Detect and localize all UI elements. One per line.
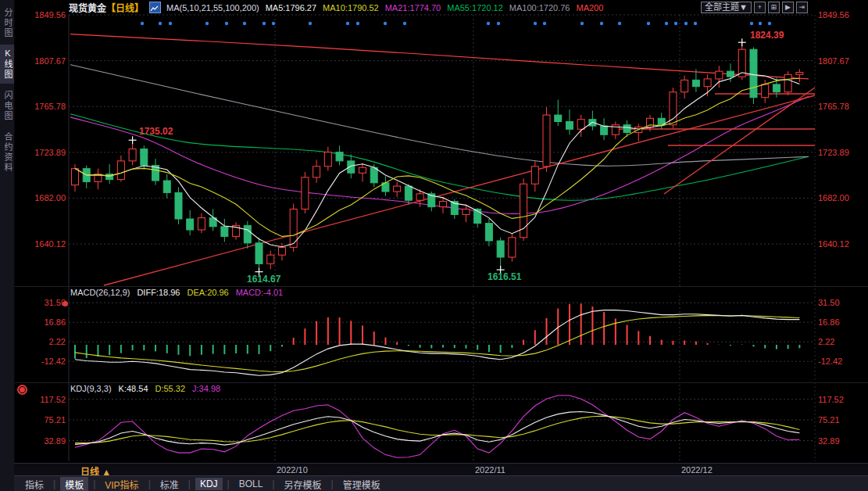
toolbar-tab-8[interactable]: 管理模板 (338, 477, 385, 491)
pan-crosshair-icon[interactable]: + (754, 2, 766, 13)
sidebar-tab-1[interactable]: 分时图 (0, 3, 14, 42)
ma-values-row: MA(5,10,21,55,100,200)MA5:1796.27MA10:17… (166, 0, 609, 14)
ma-value-label: MA10:1790.52 (323, 3, 379, 13)
ma-value-label: MA(5,10,21,55,100,200) (166, 3, 259, 13)
ma-line-ma10 (75, 78, 799, 236)
theme-controls: 全部主题▼ +⊞▶⇥ (701, 2, 808, 13)
price-tick-label: 75.21 (818, 415, 865, 425)
price-tick-label: 16.86 (818, 317, 865, 327)
price-tick-label: -12.42 (818, 357, 865, 366)
price-tick-label: 1765.78 (27, 102, 66, 111)
kdj-header-value: J:34.98 (192, 384, 220, 393)
price-tick-label: 31.50 (818, 298, 865, 307)
extreme-marker (129, 136, 137, 144)
sidebar-tab-4[interactable]: 合约资料 (0, 127, 14, 177)
macd-header-value: DEA:20.96 (187, 288, 228, 297)
price-tick-label: 32.89 (818, 436, 865, 446)
date-axis-label: 2022/12 (681, 465, 713, 475)
date-axis-label: 2022/10 (277, 465, 308, 475)
bottom-toolbar: 指标|模板|VIP指标|标准|KDJ|BOLL|另存模板|管理模板 (14, 475, 868, 491)
grid-layer (14, 15, 868, 461)
macd-settings-icon[interactable] (63, 301, 68, 306)
macd-dea-line (75, 316, 799, 372)
toolbar-tab-6[interactable]: BOLL (234, 478, 268, 490)
macd-header-value: DIFF:18.96 (137, 288, 180, 297)
ma-value-label: MA200 (576, 3, 603, 13)
toolbar-divider: | (272, 478, 274, 489)
price-tick-label: 1682.00 (27, 193, 66, 202)
toolbar-divider: | (227, 478, 230, 489)
kdj-panel-header: KDJ(9,3,3)K:48.54D:55.32J:34.98 (70, 384, 220, 393)
toolbar-tab-7[interactable]: 另存模板 (280, 477, 327, 491)
chart-canvas[interactable] (0, 0, 868, 491)
toolbar-divider: | (331, 478, 334, 489)
chart-style-icon[interactable] (149, 2, 161, 13)
candlestick-series (72, 42, 803, 271)
kdj-j-line (75, 396, 799, 458)
chart-header: 现货黄金 【日线】 MA(5,10,21,55,100,200)MA5:1796… (69, 1, 609, 13)
kdj-header-value: KDJ(9,3,3) (70, 384, 112, 393)
instrument-title: 现货黄金 (69, 1, 106, 14)
kdj-header-value: D:55.32 (155, 384, 186, 393)
price-tick-label: 117.52 (27, 395, 66, 404)
price-tick-label: 1640.12 (818, 239, 865, 249)
toolbar-divider: | (53, 478, 55, 489)
ma-value-label: MA21:1774.70 (385, 3, 441, 13)
price-tick-label: 1682.00 (818, 193, 865, 202)
price-tick-label: 32.89 (27, 436, 66, 446)
price-tick-label: 75.21 (27, 415, 66, 425)
kdj-k-line (75, 412, 799, 446)
price-tick-label: 1849.56 (27, 10, 66, 20)
chart-tool-icons: +⊞▶⇥ (754, 2, 808, 13)
toolbar-tab-2[interactable]: 模板 (60, 477, 88, 491)
sidebar-tab-3[interactable]: 闪电图 (0, 86, 14, 125)
macd-header-value: MACD(26,12,9) (70, 288, 130, 297)
date-axis-strip: 日线 ▲ 2022/102022/112022/12 (14, 463, 868, 476)
price-tick-label: 2.22 (818, 337, 865, 346)
price-tick-label: 1807.67 (27, 56, 66, 66)
annotation-low-1614: 1614.67 (247, 274, 280, 285)
price-tick-label: 1849.56 (818, 10, 865, 20)
ma-line-ma5 (75, 73, 799, 247)
sidebar-tab-2[interactable]: K线图 (0, 45, 14, 84)
toolbar-divider: | (93, 478, 95, 489)
macd-diff-line (75, 310, 799, 376)
period-tag: 【日线】 (106, 1, 144, 14)
ma-value-label: MA5:1796.27 (266, 3, 316, 13)
annotation-low-1616: 1616.51 (488, 271, 521, 282)
macd-panel-header: MACD(26,12,9)DIFF:18.96DEA:20.96MACD:-4.… (70, 288, 283, 297)
ma-line-ma200 (70, 34, 809, 79)
next-chart-icon[interactable]: ▶ (782, 2, 794, 13)
exit-right-icon[interactable]: ⇥ (796, 2, 808, 13)
theme-dropdown-button[interactable]: 全部主题▼ (701, 2, 752, 13)
toolbar-tab-5[interactable]: KDJ (195, 478, 223, 490)
ma-value-label: MA55:1720.12 (447, 3, 503, 13)
ma-value-label: MA100:1720.76 (509, 3, 570, 13)
macd-header-value: MACD:-4.01 (236, 288, 284, 297)
toolbar-divider: | (148, 478, 151, 489)
annotation-high-1824: 1824.39 (750, 30, 784, 41)
macd-histogram (75, 303, 799, 358)
toolbar-tab-4[interactable]: 标准 (155, 477, 184, 491)
price-tick-label: 1723.89 (27, 148, 66, 157)
left-sidebar: 分时图K线图闪电图合约资料 (0, 0, 15, 491)
price-tick-label: 1765.78 (818, 102, 865, 111)
date-axis-label: 2022/11 (475, 465, 505, 475)
toolbar-tab-3[interactable]: VIP指标 (100, 477, 143, 491)
signal-dot-row (141, 22, 771, 25)
price-tick-label: 1723.89 (818, 148, 865, 157)
kdj-settings-icon[interactable] (17, 385, 27, 395)
trendline-2 (664, 88, 815, 194)
price-tick-label: 1640.12 (27, 239, 66, 249)
fit-chart-icon[interactable]: ⊞ (768, 2, 780, 13)
toolbar-divider: | (188, 478, 191, 489)
annotation-high-1735: 1735.02 (139, 126, 173, 137)
price-tick-label: 1807.67 (818, 56, 865, 66)
price-tick-label: 31.50 (27, 298, 66, 307)
trading-app-window: 分时图K线图闪电图合约资料 现货黄金 【日线】 MA(5,10,21,55,10… (0, 0, 868, 491)
kdj-header-value: K:48.54 (119, 384, 148, 393)
price-tick-label: -12.42 (27, 357, 66, 366)
extreme-marker (738, 38, 746, 46)
toolbar-tab-1[interactable]: 指标 (20, 477, 48, 491)
trendline-1 (104, 95, 815, 285)
